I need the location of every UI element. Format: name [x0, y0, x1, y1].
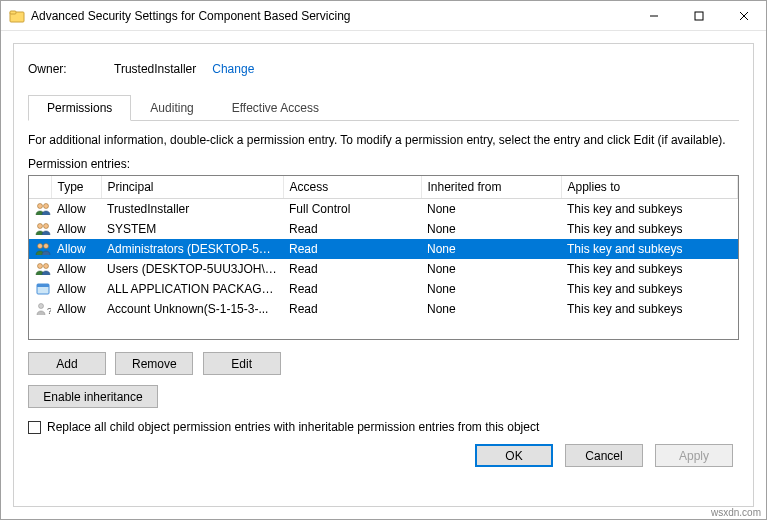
- row-access: Full Control: [283, 198, 421, 219]
- apply-button[interactable]: Apply: [655, 444, 733, 467]
- unknown-icon: ?: [35, 301, 51, 317]
- row-inherited: None: [421, 198, 561, 219]
- row-icon-cell: [29, 279, 51, 299]
- replace-checkbox[interactable]: [28, 421, 41, 434]
- svg-rect-1: [10, 11, 16, 14]
- row-access: Read: [283, 299, 421, 319]
- row-inherited: None: [421, 279, 561, 299]
- tabstrip: Permissions Auditing Effective Access: [28, 94, 739, 121]
- svg-point-12: [38, 263, 43, 268]
- row-inherited: None: [421, 239, 561, 259]
- row-principal: ALL APPLICATION PACKAGES: [101, 279, 283, 299]
- table-row[interactable]: ?AllowAccount Unknown(S-1-15-3-...ReadNo…: [29, 299, 738, 319]
- row-type: Allow: [51, 259, 101, 279]
- column-access[interactable]: Access: [283, 176, 421, 198]
- row-type: Allow: [51, 219, 101, 239]
- tab-effective-access[interactable]: Effective Access: [213, 95, 338, 121]
- edit-button[interactable]: Edit: [203, 352, 281, 375]
- row-applies: This key and subkeys: [561, 219, 738, 239]
- users-icon: [35, 261, 51, 277]
- inheritance-row: Enable inheritance: [28, 385, 739, 408]
- row-icon-cell: [29, 198, 51, 219]
- column-principal[interactable]: Principal: [101, 176, 283, 198]
- svg-point-13: [44, 263, 49, 268]
- row-inherited: None: [421, 219, 561, 239]
- owner-row: Owner: TrustedInstaller Change: [28, 62, 739, 76]
- package-icon: [35, 281, 51, 297]
- row-access: Read: [283, 259, 421, 279]
- window-root: Advanced Security Settings for Component…: [0, 0, 767, 520]
- watermark: wsxdn.com: [711, 507, 761, 518]
- content-area: Owner: TrustedInstaller Change Permissio…: [1, 31, 766, 519]
- row-applies: This key and subkeys: [561, 259, 738, 279]
- table-row[interactable]: AllowALL APPLICATION PACKAGESReadNoneThi…: [29, 279, 738, 299]
- svg-rect-15: [37, 284, 49, 287]
- main-panel: Owner: TrustedInstaller Change Permissio…: [13, 43, 754, 507]
- owner-label: Owner:: [28, 62, 114, 76]
- tab-auditing[interactable]: Auditing: [131, 95, 212, 121]
- svg-point-7: [44, 203, 49, 208]
- replace-checkbox-label: Replace all child object permission entr…: [47, 420, 539, 434]
- row-principal: SYSTEM: [101, 219, 283, 239]
- entries-label: Permission entries:: [28, 157, 739, 171]
- row-icon-cell: [29, 219, 51, 239]
- remove-button[interactable]: Remove: [115, 352, 193, 375]
- row-icon-cell: ?: [29, 299, 51, 319]
- dialog-footer: OK Cancel Apply: [28, 434, 739, 467]
- row-access: Read: [283, 279, 421, 299]
- svg-text:?: ?: [47, 306, 51, 316]
- row-applies: This key and subkeys: [561, 198, 738, 219]
- row-applies: This key and subkeys: [561, 279, 738, 299]
- maximize-button[interactable]: [676, 1, 721, 30]
- row-principal: Administrators (DESKTOP-5U...: [101, 239, 283, 259]
- add-button[interactable]: Add: [28, 352, 106, 375]
- enable-inheritance-button[interactable]: Enable inheritance: [28, 385, 158, 408]
- row-access: Read: [283, 219, 421, 239]
- row-type: Allow: [51, 279, 101, 299]
- svg-rect-3: [695, 12, 703, 20]
- ok-button[interactable]: OK: [475, 444, 553, 467]
- svg-point-6: [38, 203, 43, 208]
- minimize-button[interactable]: [631, 1, 676, 30]
- row-access: Read: [283, 239, 421, 259]
- column-applies[interactable]: Applies to: [561, 176, 738, 198]
- column-inherited[interactable]: Inherited from: [421, 176, 561, 198]
- row-icon-cell: [29, 239, 51, 259]
- table-row[interactable]: AllowUsers (DESKTOP-5UU3JOH\Us...ReadNon…: [29, 259, 738, 279]
- users-icon: [35, 201, 51, 217]
- svg-point-11: [44, 243, 49, 248]
- permissions-table[interactable]: Type Principal Access Inherited from App…: [28, 175, 739, 340]
- users-icon: [35, 221, 51, 237]
- window-title: Advanced Security Settings for Component…: [31, 9, 631, 23]
- column-type[interactable]: Type: [51, 176, 101, 198]
- svg-point-9: [44, 223, 49, 228]
- table-row[interactable]: AllowTrustedInstallerFull ControlNoneThi…: [29, 198, 738, 219]
- row-principal: Account Unknown(S-1-15-3-...: [101, 299, 283, 319]
- row-type: Allow: [51, 299, 101, 319]
- change-owner-link[interactable]: Change: [212, 62, 254, 76]
- tab-permissions[interactable]: Permissions: [28, 95, 131, 121]
- column-icon[interactable]: [29, 176, 51, 198]
- row-principal: TrustedInstaller: [101, 198, 283, 219]
- replace-checkbox-row: Replace all child object permission entr…: [28, 420, 739, 434]
- svg-point-10: [38, 243, 43, 248]
- row-type: Allow: [51, 198, 101, 219]
- row-applies: This key and subkeys: [561, 239, 738, 259]
- table-row[interactable]: AllowSYSTEMReadNoneThis key and subkeys: [29, 219, 738, 239]
- cancel-button[interactable]: Cancel: [565, 444, 643, 467]
- close-button[interactable]: [721, 1, 766, 30]
- folder-icon: [9, 8, 25, 24]
- row-inherited: None: [421, 259, 561, 279]
- row-applies: This key and subkeys: [561, 299, 738, 319]
- row-icon-cell: [29, 259, 51, 279]
- row-principal: Users (DESKTOP-5UU3JOH\Us...: [101, 259, 283, 279]
- svg-point-16: [39, 303, 44, 308]
- owner-value: TrustedInstaller: [114, 62, 196, 76]
- row-inherited: None: [421, 299, 561, 319]
- row-action-buttons: Add Remove Edit: [28, 352, 739, 375]
- titlebar: Advanced Security Settings for Component…: [1, 1, 766, 31]
- users-icon: [35, 241, 51, 257]
- table-row[interactable]: AllowAdministrators (DESKTOP-5U...ReadNo…: [29, 239, 738, 259]
- svg-point-8: [38, 223, 43, 228]
- row-type: Allow: [51, 239, 101, 259]
